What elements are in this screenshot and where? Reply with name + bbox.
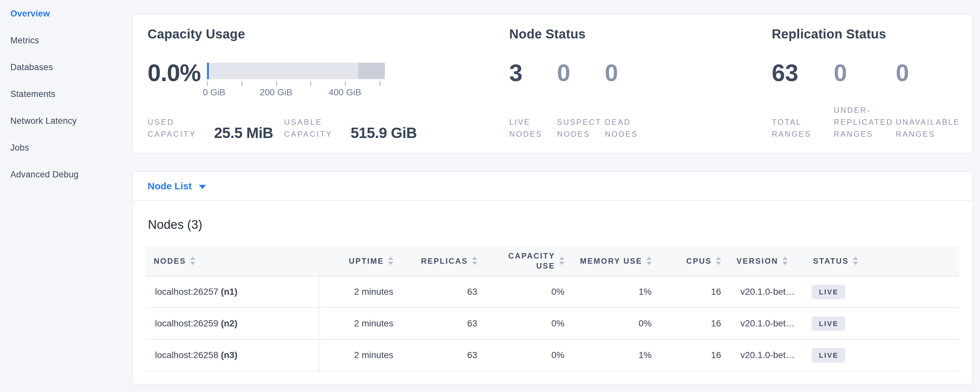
capacity-usage-title: Capacity Usage (148, 27, 509, 41)
nodes-table-header-row: NODES UPTIME REPLICAS CAPACITY USE (146, 246, 959, 276)
capacity-bar-usable-segment (209, 63, 358, 79)
column-header-status[interactable]: STATUS (805, 246, 959, 276)
capacity-usage-section: Capacity Usage 0.0% (148, 27, 509, 140)
sidebar-item-statements[interactable]: Statements (10, 89, 132, 99)
memory-use-cell: 0% (572, 308, 659, 339)
axis-label-400gib: 400 GiB (328, 87, 361, 97)
status-badge: LIVE (812, 348, 845, 363)
node-status-metrics: 3 0 0 (509, 63, 772, 83)
column-label: CAPACITY USE (506, 251, 555, 271)
column-header-cpus[interactable]: CPUS (659, 246, 729, 276)
sidebar: Overview Metrics Databases Statements Ne… (0, 0, 132, 392)
capacity-use-cell: 0% (485, 339, 572, 371)
sort-icon (472, 257, 477, 265)
node-address-cell: localhost:26258 (n3) (146, 339, 319, 371)
capacity-stats: USED CAPACITY 25.5 MiB USABLE CAPACITY 5… (148, 116, 509, 140)
column-header-version[interactable]: VERSION (729, 246, 805, 276)
dead-nodes-count: 0 (605, 63, 652, 83)
version-cell: v20.1.0-bet… (729, 339, 805, 371)
sort-icon (559, 257, 565, 265)
capacity-bar-chart: 0 GiB 200 GiB 400 GiB (207, 63, 385, 98)
memory-use-cell: 1% (572, 276, 659, 308)
suspect-nodes-count: 0 (557, 63, 605, 83)
sort-icon (646, 257, 652, 265)
capacity-percent: 0.0% (148, 63, 207, 83)
total-ranges-count: 63 (772, 63, 834, 83)
status-badge: LIVE (812, 285, 845, 299)
sidebar-item-databases[interactable]: Databases (10, 62, 132, 72)
column-header-nodes[interactable]: NODES (146, 246, 319, 276)
node-id: (n1) (221, 287, 237, 297)
capacity-use-cell: 0% (485, 276, 572, 308)
column-header-memory-use[interactable]: MEMORY USE (572, 246, 659, 276)
usable-capacity-value: 515.9 GiB (351, 126, 417, 140)
used-capacity-value: 25.5 MiB (214, 126, 273, 140)
column-label: REPLICAS (421, 256, 468, 266)
nodes-table: NODES UPTIME REPLICAS CAPACITY USE (146, 246, 959, 371)
status-badge: LIVE (812, 316, 845, 331)
under-replicated-ranges-label: UNDER-REPLICATED RANGES (834, 104, 896, 140)
replication-metrics: 63 0 0 (772, 63, 958, 83)
node-row-n3[interactable]: localhost:26258 (n3) 2 minutes 63 0% 1% … (146, 339, 959, 371)
column-label: STATUS (813, 256, 849, 266)
node-address: localhost:26258 (155, 350, 218, 360)
replicas-cell: 63 (401, 339, 485, 371)
node-list-header: Node List (133, 172, 972, 201)
node-address-cell: localhost:26257 (n1) (146, 276, 319, 308)
status-cell: LIVE (805, 308, 959, 339)
node-list-dropdown[interactable]: Node List (148, 181, 206, 192)
version-cell: v20.1.0-bet… (729, 308, 805, 339)
column-header-capacity-use[interactable]: CAPACITY USE (485, 246, 572, 276)
capacity-bar (207, 63, 385, 79)
cpus-cell: 16 (659, 308, 729, 339)
cluster-overview-page: Overview Metrics Databases Statements Ne… (0, 0, 980, 392)
status-cell: LIVE (805, 276, 959, 308)
sidebar-item-advanced-debug[interactable]: Advanced Debug (10, 169, 132, 180)
node-address: localhost:26259 (155, 318, 218, 328)
column-label: CPUS (686, 256, 712, 266)
node-status-section: Node Status 3 0 0 LIVE NODES SUSPECT NOD… (509, 27, 772, 140)
column-header-uptime[interactable]: UPTIME (319, 246, 401, 276)
node-row-n1[interactable]: localhost:26257 (n1) 2 minutes 63 0% 1% … (146, 276, 959, 308)
node-status-labels: LIVE NODES SUSPECT NODES DEAD NODES (509, 116, 772, 140)
axis-label-0gib: 0 GiB (203, 87, 225, 97)
status-cell: LIVE (805, 339, 959, 371)
caret-down-icon (199, 185, 206, 189)
node-id: (n2) (221, 318, 237, 328)
uptime-cell: 2 minutes (319, 276, 401, 308)
sidebar-item-overview[interactable]: Overview (10, 8, 132, 19)
used-capacity-stat: USED CAPACITY 25.5 MiB (148, 116, 273, 140)
unavailable-ranges-label: UNAVAILABLE RANGES (896, 116, 958, 140)
sort-icon (716, 257, 721, 265)
sidebar-item-metrics[interactable]: Metrics (10, 35, 132, 46)
axis-label-200gib: 200 GiB (259, 87, 292, 97)
replicas-cell: 63 (401, 308, 485, 339)
column-label: VERSION (737, 256, 778, 266)
cpus-cell: 16 (659, 339, 729, 371)
version-cell: v20.1.0-bet… (729, 276, 805, 308)
under-replicated-ranges-count: 0 (834, 63, 896, 83)
sidebar-item-network-latency[interactable]: Network Latency (10, 116, 132, 126)
replicas-cell: 63 (401, 276, 485, 308)
node-row-n2[interactable]: localhost:26259 (n2) 2 minutes 63 0% 0% … (146, 308, 959, 339)
total-ranges-label: TOTAL RANGES (772, 116, 834, 140)
used-capacity-label: USED CAPACITY (148, 116, 208, 140)
main-content: Capacity Usage 0.0% (132, 0, 980, 392)
node-status-title: Node Status (509, 27, 772, 41)
sort-icon (190, 257, 196, 265)
column-label: UPTIME (349, 256, 384, 266)
node-list-dropdown-label: Node List (148, 181, 192, 192)
sort-icon (853, 257, 858, 265)
node-address-cell: localhost:26259 (n2) (146, 308, 319, 339)
capacity-chart: 0.0% 0 GiB 200 GiB (148, 63, 509, 98)
column-label: NODES (154, 256, 186, 266)
capacity-bar-reserved-segment (358, 63, 385, 79)
unavailable-ranges-count: 0 (896, 63, 958, 83)
sidebar-item-jobs[interactable]: Jobs (10, 142, 132, 153)
replication-status-section: Replication Status 63 0 0 TOTAL RANGES U… (772, 27, 958, 140)
capacity-axis-ticks (207, 79, 385, 86)
column-header-replicas[interactable]: REPLICAS (401, 246, 485, 276)
memory-use-cell: 1% (572, 339, 659, 371)
replication-labels: TOTAL RANGES UNDER-REPLICATED RANGES UNA… (772, 104, 958, 140)
replication-status-title: Replication Status (772, 27, 958, 41)
